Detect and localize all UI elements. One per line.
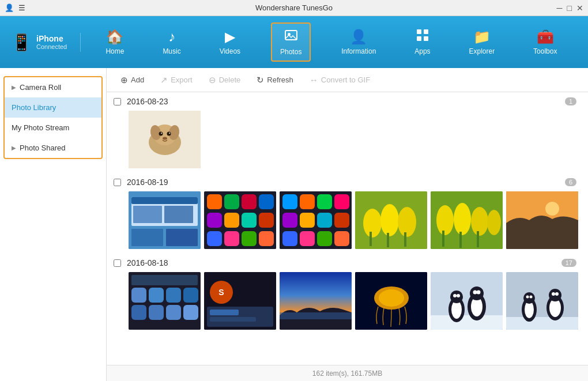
sidebar-section: ▶ Camera Roll Photo Library My Photo Str… [3,76,103,159]
window-controls: ─ □ ✕ [557,3,583,13]
svg-rect-48 [334,231,349,246]
svg-rect-46 [300,231,315,246]
date-header-2: 2016-08-19 6 [114,178,581,187]
device-name: iPhone [36,34,67,43]
svg-point-50 [363,209,382,237]
date-label-1: 2016-08-23 [127,97,168,106]
nav-home[interactable]: 🏠 Home [97,24,132,60]
photo-grid-1 [129,111,581,168]
svg-rect-21 [133,206,162,223]
photo-thumb-screenshot1[interactable] [129,191,201,249]
date-group-2-checkbox[interactable] [114,179,121,186]
svg-rect-4 [417,36,421,41]
user-icon[interactable]: 👤 [5,3,14,12]
date-label-3: 2016-08-18 [127,258,168,267]
svg-point-58 [454,203,471,235]
delete-button[interactable]: ⊖ Delete [202,72,248,88]
svg-rect-55 [404,232,406,247]
svg-rect-18 [131,197,198,204]
photo-content[interactable]: 2016-08-23 1 [107,92,588,365]
svg-rect-33 [224,231,239,246]
photo-thumb-app2[interactable] [280,191,352,249]
svg-rect-32 [207,231,222,246]
svg-rect-19 [131,229,163,246]
nav-music[interactable]: ♪ Music [154,24,189,60]
svg-point-99 [473,291,477,295]
video-icon: ▶ [225,29,235,45]
photo-thumb-sunset[interactable] [280,272,352,330]
svg-rect-37 [282,194,297,209]
sidebar-item-camera-roll[interactable]: ▶ Camera Roll [5,77,101,97]
svg-point-57 [436,205,454,235]
svg-rect-43 [317,213,332,228]
sidebar-item-photo-shared[interactable]: ▶ Photo Shared [5,138,101,158]
svg-rect-28 [207,213,222,228]
title-bar-left-controls: 👤 ☰ [5,3,25,12]
photos-label: Photos [280,48,301,56]
date-count-1: 1 [565,97,576,105]
photo-thumb-penguins1[interactable] [431,272,503,330]
date-group-1-checkbox[interactable] [114,98,121,105]
photo-thumb-coast[interactable] [506,191,578,249]
svg-rect-27 [259,194,274,209]
home-icon: 🏠 [106,29,123,45]
svg-rect-83 [210,317,256,322]
svg-rect-39 [317,194,332,209]
app-container: 📱 iPhone Connected 🏠 Home ♪ Music ▶ Vide… [0,16,588,381]
convert-gif-button[interactable]: ↔ Convert to GIF [303,72,377,88]
svg-rect-76 [166,305,181,320]
photo-thumb-app1[interactable] [204,191,276,249]
svg-rect-30 [242,213,257,228]
nav-explorer[interactable]: 📁 Explorer [461,24,503,60]
device-info: 📱 iPhone Connected [12,33,81,52]
svg-point-88 [379,289,404,307]
photo-thumb-app3[interactable]: S [204,272,276,330]
maximize-button[interactable]: □ [567,3,572,13]
svg-rect-24 [207,194,222,209]
svg-point-67 [545,202,559,216]
nav-apps[interactable]: Apps [406,24,438,60]
svg-rect-2 [417,29,421,34]
svg-point-60 [487,210,501,235]
svg-rect-75 [149,305,164,320]
date-group-3-checkbox[interactable] [114,259,121,267]
title-bar: Wondershare TunesGo 👤 ☰ ─ □ ✕ [0,0,588,16]
date-count-2: 6 [565,178,576,186]
top-nav: 📱 iPhone Connected 🏠 Home ♪ Music ▶ Vide… [0,16,588,68]
nav-videos[interactable]: ▶ Videos [212,24,248,60]
close-button[interactable]: ✕ [576,3,583,13]
svg-rect-38 [300,194,315,209]
convert-label: Convert to GIF [321,76,370,84]
app-title: Wondershare TunesGo [255,3,333,12]
delete-icon: ⊖ [209,75,216,85]
svg-rect-42 [300,213,315,228]
sidebar-item-photo-library[interactable]: Photo Library [5,97,101,118]
export-button[interactable]: ↗ Export [153,72,199,88]
sidebar-item-my-photo-stream[interactable]: My Photo Stream [5,118,101,138]
photo-thumb-flowers2[interactable] [431,191,503,249]
svg-point-106 [526,296,529,299]
photo-thumb-jellyfish[interactable] [355,272,427,330]
photo-thumb-penguins2[interactable] [506,272,578,330]
main-content: ▶ Camera Roll Photo Library My Photo Str… [0,68,588,381]
minimize-button[interactable]: ─ [557,3,563,13]
svg-rect-61 [442,231,444,247]
photo-thumb-weather[interactable] [129,272,201,330]
svg-point-94 [453,294,457,297]
add-button[interactable]: ⊕ Add [114,72,151,88]
camera-roll-label: Camera Roll [20,83,61,92]
nav-toolbox[interactable]: 🧰 Toolbox [525,24,565,60]
convert-icon: ↔ [310,75,318,85]
menu-icon[interactable]: ☰ [18,3,25,12]
nav-information[interactable]: 👤 Information [333,24,384,60]
photo-thumb-dog[interactable] [129,111,201,168]
nav-photos[interactable]: Photos [271,22,311,62]
photo-thumb-flowers1[interactable] [355,191,427,249]
information-icon: 👤 [350,29,367,45]
refresh-button[interactable]: ↻ Refresh [250,72,300,88]
svg-rect-69 [131,275,198,285]
status-bar: 162 item(s), 161.75MB [107,365,588,381]
photo-shared-label: Photo Shared [20,144,66,152]
iphone-icon: 📱 [12,33,32,52]
svg-rect-82 [210,310,239,315]
